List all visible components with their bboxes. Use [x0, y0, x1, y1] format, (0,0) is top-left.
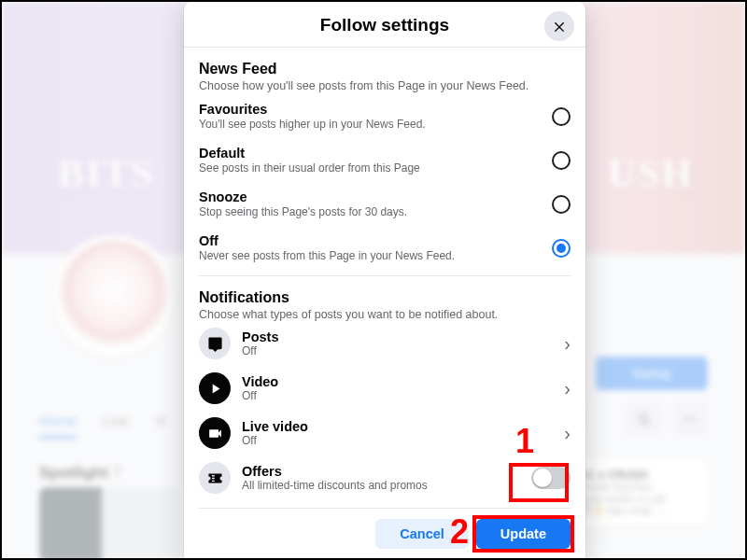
live-video-icon: [199, 417, 231, 449]
offers-toggle[interactable]: [531, 467, 571, 489]
notifications-title: Notifications: [199, 289, 571, 306]
notif-label: Posts: [242, 329, 553, 344]
notification-video[interactable]: Video Off ›: [199, 366, 571, 411]
update-button[interactable]: Update: [476, 519, 571, 549]
notifications-section-header: Notifications Choose what types of posts…: [199, 276, 571, 321]
video-icon: [199, 372, 231, 404]
notification-live-video[interactable]: Live video Off ›: [199, 411, 571, 455]
chevron-right-icon: ›: [564, 378, 571, 399]
notif-label: Offers: [242, 464, 520, 479]
option-snooze[interactable]: Snooze Stop seeing this Page's posts for…: [199, 180, 571, 224]
option-off[interactable]: Off Never see posts from this Page in yo…: [199, 224, 571, 268]
option-subtitle: Never see posts from this Page in your N…: [199, 249, 455, 262]
notif-status: All limited-time discounts and promos: [242, 479, 520, 492]
option-label: Off: [199, 233, 455, 248]
notif-status: Off: [242, 344, 553, 357]
notifications-subtitle: Choose what types of posts you want to b…: [199, 308, 571, 321]
chevron-right-icon: ›: [564, 423, 571, 444]
radio-icon: [552, 107, 571, 126]
notif-status: Off: [242, 389, 553, 402]
option-favourites[interactable]: Favourites You'll see posts higher up in…: [199, 92, 571, 136]
option-subtitle: You'll see posts higher up in your News …: [199, 118, 426, 131]
newsfeed-section-header: News Feed Choose how you'll see posts fr…: [199, 48, 571, 92]
close-button[interactable]: [544, 11, 574, 41]
radio-icon: [552, 151, 571, 170]
modal-footer: Cancel Update: [184, 511, 585, 560]
option-subtitle: See posts in their usual order from this…: [199, 161, 420, 175]
newsfeed-title: News Feed: [199, 61, 571, 77]
notification-offers[interactable]: Offers All limited-time discounts and pr…: [199, 455, 571, 500]
posts-icon: [199, 328, 231, 359]
offers-icon: [199, 462, 231, 494]
modal-title: Follow settings: [184, 15, 585, 35]
option-subtitle: Stop seeing this Page's posts for 30 day…: [199, 205, 407, 218]
option-label: Default: [199, 146, 420, 161]
notification-posts[interactable]: Posts Off ›: [199, 321, 571, 366]
follow-settings-modal: Follow settings News Feed Choose how you…: [184, 2, 585, 560]
cancel-button[interactable]: Cancel: [375, 519, 469, 549]
option-label: Favourites: [199, 102, 426, 117]
option-default[interactable]: Default See posts in their usual order f…: [199, 136, 571, 180]
close-icon: [552, 19, 567, 34]
radio-icon: [552, 239, 571, 258]
modal-body: News Feed Choose how you'll see posts fr…: [184, 48, 585, 511]
option-label: Snooze: [199, 189, 407, 204]
notif-label: Video: [242, 374, 553, 389]
chevron-right-icon: ›: [564, 333, 571, 355]
newsfeed-subtitle: Choose how you'll see posts from this Pa…: [199, 79, 571, 92]
modal-header: Follow settings: [184, 2, 585, 48]
radio-icon: [552, 195, 571, 214]
notif-label: Live video: [242, 419, 553, 434]
notif-status: Off: [242, 434, 553, 447]
